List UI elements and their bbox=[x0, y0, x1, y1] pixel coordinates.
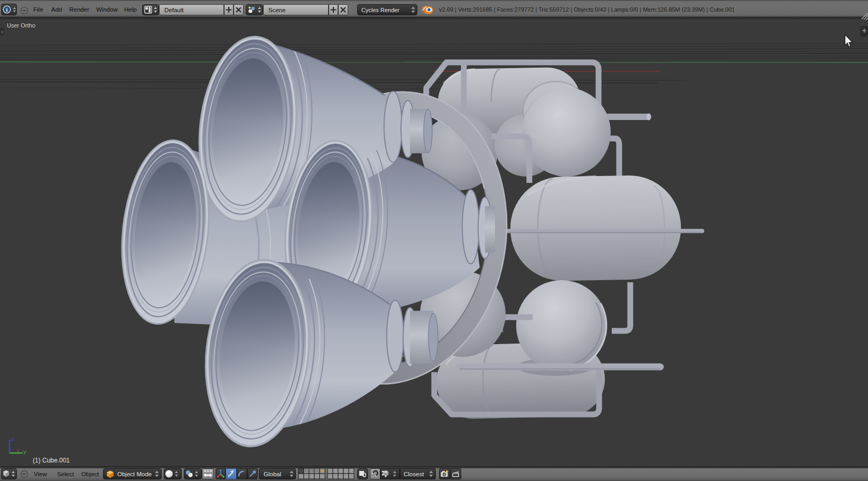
svg-text:y: y bbox=[23, 448, 26, 455]
svg-text:i: i bbox=[6, 7, 8, 13]
svg-text:x: x bbox=[16, 448, 19, 454]
svg-text:z: z bbox=[11, 436, 14, 442]
svg-text:+: + bbox=[1, 30, 3, 35]
